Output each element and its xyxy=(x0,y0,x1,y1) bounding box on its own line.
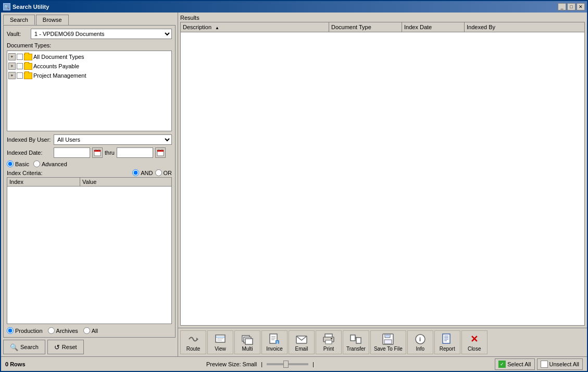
criteria-radios: AND OR xyxy=(132,169,172,176)
route-button[interactable]: Route xyxy=(180,330,206,354)
basic-radio[interactable] xyxy=(7,160,14,167)
document-types-label: Document Types: xyxy=(7,42,172,48)
preview-size-slider[interactable] xyxy=(267,363,308,365)
and-radio[interactable] xyxy=(132,169,139,176)
minimize-button[interactable]: _ xyxy=(558,3,566,10)
transfer-button[interactable]: Transfer xyxy=(343,330,369,354)
basic-radio-label[interactable]: Basic xyxy=(7,160,29,167)
svg-rect-5 xyxy=(157,150,164,152)
maximize-button[interactable]: □ xyxy=(567,3,576,10)
expander-project-management[interactable]: + xyxy=(8,72,16,79)
thru-label: thru xyxy=(105,150,115,156)
svg-rect-26 xyxy=(331,338,332,339)
tree-item-all-doc-types[interactable]: + All Document Types xyxy=(8,52,170,61)
tab-search[interactable]: Search xyxy=(3,15,35,25)
indexed-date-to[interactable] xyxy=(117,147,153,158)
cal-btn-from[interactable] xyxy=(92,147,103,158)
archives-radio[interactable] xyxy=(48,327,55,334)
indexed-by-user-row: Indexed By User: All Users xyxy=(7,134,172,145)
and-radio-label[interactable]: AND xyxy=(132,169,153,176)
tree-item-accounts-payable[interactable]: + Accounts Payable xyxy=(8,61,170,71)
transfer-icon xyxy=(349,333,362,345)
checkbox-project-management[interactable] xyxy=(17,72,23,79)
title-bar: 🔍 Search Utility _ □ ✕ xyxy=(1,1,587,13)
indexed-by-user-label: Indexed By User: xyxy=(7,137,52,143)
search-button[interactable]: 🔍 Search xyxy=(3,340,45,354)
save-to-file-button[interactable]: Save To File xyxy=(370,330,406,354)
app-icon: 🔍 xyxy=(3,3,10,10)
indexed-date-label: Indexed Date: xyxy=(7,150,52,156)
cal-btn-to[interactable] xyxy=(155,147,166,158)
main-content: Search Browse Vault: 1 - VPDEMO69 Docume… xyxy=(1,13,587,356)
svg-rect-15 xyxy=(245,339,253,344)
close-icon: ✕ xyxy=(468,333,481,345)
indexed-date-from[interactable] xyxy=(54,147,90,158)
view-button[interactable]: View xyxy=(207,330,233,354)
multi-icon xyxy=(241,333,254,345)
right-panel: Results Description ▲ Document Type Inde… xyxy=(178,13,587,356)
expander-all-doc-types[interactable]: + xyxy=(8,53,16,60)
results-label: Results xyxy=(180,15,585,21)
vault-row: Vault: 1 - VPDEMO69 Documents xyxy=(7,29,172,39)
search-tab-content: Vault: 1 - VPDEMO69 Documents Document T… xyxy=(3,25,176,338)
all-radio-label[interactable]: All xyxy=(83,327,98,334)
folder-icon-all-doc-types xyxy=(24,54,32,60)
left-panel: Search Browse Vault: 1 - VPDEMO69 Docume… xyxy=(1,13,178,356)
route-icon xyxy=(187,333,199,345)
slider-thumb[interactable] xyxy=(283,361,289,368)
all-radio[interactable] xyxy=(83,327,90,334)
index-criteria-label: Index Criteria: xyxy=(7,170,42,176)
multi-button[interactable]: Multi xyxy=(234,330,260,354)
or-radio-label[interactable]: OR xyxy=(155,169,172,176)
uncheck-icon xyxy=(541,361,548,368)
checkbox-all-doc-types[interactable] xyxy=(17,54,23,60)
index-table-header: Index Value xyxy=(7,178,171,187)
left-bottom-buttons: 🔍 Search ↺ Reset xyxy=(1,338,178,356)
archives-radio-label[interactable]: Archives xyxy=(48,327,78,334)
production-radio-label[interactable]: Production xyxy=(7,327,43,334)
report-button[interactable]: Report xyxy=(434,330,460,354)
print-button[interactable]: Print xyxy=(316,330,342,354)
or-radio[interactable] xyxy=(155,169,162,176)
preview-size-label: Preview Size: Small xyxy=(206,361,257,367)
print-icon xyxy=(322,333,335,345)
vault-label: Vault: xyxy=(7,31,28,37)
advanced-radio[interactable] xyxy=(33,160,40,167)
tree-item-project-management[interactable]: + Project Management xyxy=(8,71,170,80)
svg-rect-27 xyxy=(351,335,355,341)
advanced-radio-label[interactable]: Advanced xyxy=(33,160,67,167)
window-close-button[interactable]: ✕ xyxy=(577,3,585,10)
results-col-indexedby: Indexed By xyxy=(465,22,584,32)
tab-bar: Search Browse xyxy=(1,13,178,25)
status-bar: 0 Rows Preview Size: Small | | ✓ Select … xyxy=(1,356,587,371)
label-all-doc-types: All Document Types xyxy=(33,54,84,60)
vault-select[interactable]: 1 - VPDEMO69 Documents xyxy=(31,29,172,39)
expander-accounts-payable[interactable]: + xyxy=(8,63,16,70)
svg-rect-37 xyxy=(443,334,450,343)
report-icon xyxy=(441,333,454,345)
title-bar-left: 🔍 Search Utility xyxy=(3,3,49,10)
invoice-button[interactable]: $ Invoice xyxy=(261,330,287,354)
results-col-indexdate: Index Date xyxy=(402,22,465,32)
unselect-all-button[interactable]: Unselect All xyxy=(537,358,583,370)
rows-count: 0 Rows xyxy=(5,361,26,367)
results-section: Results Description ▲ Document Type Inde… xyxy=(180,15,585,326)
reset-button[interactable]: ↺ Reset xyxy=(47,340,84,354)
main-window: 🔍 Search Utility _ □ ✕ Search Browse Vau… xyxy=(0,0,588,372)
search-icon: 🔍 xyxy=(10,343,18,351)
index-col-value: Value xyxy=(80,178,171,186)
folder-icon-project-management xyxy=(24,72,32,79)
indexed-by-user-select[interactable]: All Users xyxy=(54,134,172,145)
production-radio[interactable] xyxy=(7,327,14,334)
checkbox-accounts-payable[interactable] xyxy=(17,63,23,69)
title-buttons: _ □ ✕ xyxy=(558,3,585,10)
slider-max-label: | xyxy=(312,361,314,367)
info-button[interactable]: i Info xyxy=(407,330,433,354)
email-button[interactable]: Email xyxy=(289,330,315,354)
tab-browse[interactable]: Browse xyxy=(36,15,69,25)
folder-icon-accounts-payable xyxy=(24,63,32,70)
results-col-description: Description ▲ xyxy=(181,22,329,32)
close-button[interactable]: ✕ Close xyxy=(461,330,487,354)
select-all-button[interactable]: ✓ Select All xyxy=(495,358,534,370)
status-right-buttons: ✓ Select All Unselect All xyxy=(495,358,583,370)
